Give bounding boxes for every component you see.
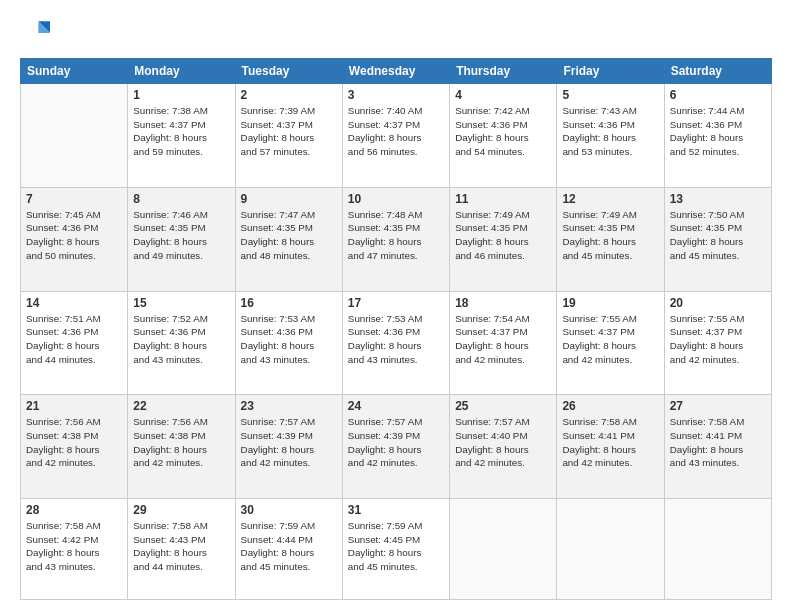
- calendar-cell: [450, 499, 557, 600]
- day-info: Sunrise: 7:53 AMSunset: 4:36 PMDaylight:…: [241, 312, 337, 367]
- day-info: Sunrise: 7:53 AMSunset: 4:36 PMDaylight:…: [348, 312, 444, 367]
- day-number: 14: [26, 296, 122, 310]
- calendar-cell: [557, 499, 664, 600]
- day-number: 11: [455, 192, 551, 206]
- calendar-cell: 29Sunrise: 7:58 AMSunset: 4:43 PMDayligh…: [128, 499, 235, 600]
- calendar-cell: 4Sunrise: 7:42 AMSunset: 4:36 PMDaylight…: [450, 84, 557, 188]
- day-number: 12: [562, 192, 658, 206]
- day-number: 2: [241, 88, 337, 102]
- calendar-cell: 28Sunrise: 7:58 AMSunset: 4:42 PMDayligh…: [21, 499, 128, 600]
- calendar-cell: 22Sunrise: 7:56 AMSunset: 4:38 PMDayligh…: [128, 395, 235, 499]
- day-info: Sunrise: 7:57 AMSunset: 4:39 PMDaylight:…: [348, 415, 444, 470]
- calendar-cell: 30Sunrise: 7:59 AMSunset: 4:44 PMDayligh…: [235, 499, 342, 600]
- calendar-week-row: 14Sunrise: 7:51 AMSunset: 4:36 PMDayligh…: [21, 291, 772, 395]
- calendar-cell: 23Sunrise: 7:57 AMSunset: 4:39 PMDayligh…: [235, 395, 342, 499]
- day-info: Sunrise: 7:38 AMSunset: 4:37 PMDaylight:…: [133, 104, 229, 159]
- calendar-week-row: 28Sunrise: 7:58 AMSunset: 4:42 PMDayligh…: [21, 499, 772, 600]
- day-info: Sunrise: 7:58 AMSunset: 4:43 PMDaylight:…: [133, 519, 229, 574]
- calendar-cell: 6Sunrise: 7:44 AMSunset: 4:36 PMDaylight…: [664, 84, 771, 188]
- calendar-cell: 25Sunrise: 7:57 AMSunset: 4:40 PMDayligh…: [450, 395, 557, 499]
- day-number: 1: [133, 88, 229, 102]
- day-info: Sunrise: 7:55 AMSunset: 4:37 PMDaylight:…: [670, 312, 766, 367]
- day-number: 24: [348, 399, 444, 413]
- day-number: 5: [562, 88, 658, 102]
- day-number: 10: [348, 192, 444, 206]
- weekday-header-sunday: Sunday: [21, 59, 128, 84]
- day-info: Sunrise: 7:49 AMSunset: 4:35 PMDaylight:…: [455, 208, 551, 263]
- weekday-header-row: SundayMondayTuesdayWednesdayThursdayFrid…: [21, 59, 772, 84]
- day-number: 22: [133, 399, 229, 413]
- weekday-header-wednesday: Wednesday: [342, 59, 449, 84]
- day-info: Sunrise: 7:46 AMSunset: 4:35 PMDaylight:…: [133, 208, 229, 263]
- logo: [20, 18, 54, 48]
- calendar-cell: 2Sunrise: 7:39 AMSunset: 4:37 PMDaylight…: [235, 84, 342, 188]
- weekday-header-thursday: Thursday: [450, 59, 557, 84]
- day-info: Sunrise: 7:59 AMSunset: 4:44 PMDaylight:…: [241, 519, 337, 574]
- calendar-cell: 31Sunrise: 7:59 AMSunset: 4:45 PMDayligh…: [342, 499, 449, 600]
- calendar-week-row: 21Sunrise: 7:56 AMSunset: 4:38 PMDayligh…: [21, 395, 772, 499]
- day-number: 19: [562, 296, 658, 310]
- calendar-cell: 21Sunrise: 7:56 AMSunset: 4:38 PMDayligh…: [21, 395, 128, 499]
- page: SundayMondayTuesdayWednesdayThursdayFrid…: [0, 0, 792, 612]
- day-number: 6: [670, 88, 766, 102]
- day-info: Sunrise: 7:51 AMSunset: 4:36 PMDaylight:…: [26, 312, 122, 367]
- day-number: 23: [241, 399, 337, 413]
- day-number: 31: [348, 503, 444, 517]
- day-info: Sunrise: 7:57 AMSunset: 4:40 PMDaylight:…: [455, 415, 551, 470]
- day-number: 28: [26, 503, 122, 517]
- calendar-cell: 13Sunrise: 7:50 AMSunset: 4:35 PMDayligh…: [664, 187, 771, 291]
- day-number: 16: [241, 296, 337, 310]
- day-info: Sunrise: 7:50 AMSunset: 4:35 PMDaylight:…: [670, 208, 766, 263]
- calendar-cell: 18Sunrise: 7:54 AMSunset: 4:37 PMDayligh…: [450, 291, 557, 395]
- day-info: Sunrise: 7:42 AMSunset: 4:36 PMDaylight:…: [455, 104, 551, 159]
- calendar-cell: 26Sunrise: 7:58 AMSunset: 4:41 PMDayligh…: [557, 395, 664, 499]
- weekday-header-friday: Friday: [557, 59, 664, 84]
- day-info: Sunrise: 7:48 AMSunset: 4:35 PMDaylight:…: [348, 208, 444, 263]
- day-number: 17: [348, 296, 444, 310]
- day-info: Sunrise: 7:58 AMSunset: 4:42 PMDaylight:…: [26, 519, 122, 574]
- calendar-cell: 10Sunrise: 7:48 AMSunset: 4:35 PMDayligh…: [342, 187, 449, 291]
- calendar-cell: 9Sunrise: 7:47 AMSunset: 4:35 PMDaylight…: [235, 187, 342, 291]
- calendar-cell: 14Sunrise: 7:51 AMSunset: 4:36 PMDayligh…: [21, 291, 128, 395]
- day-number: 4: [455, 88, 551, 102]
- calendar-cell: 12Sunrise: 7:49 AMSunset: 4:35 PMDayligh…: [557, 187, 664, 291]
- calendar-cell: 16Sunrise: 7:53 AMSunset: 4:36 PMDayligh…: [235, 291, 342, 395]
- day-info: Sunrise: 7:56 AMSunset: 4:38 PMDaylight:…: [133, 415, 229, 470]
- day-number: 3: [348, 88, 444, 102]
- day-info: Sunrise: 7:49 AMSunset: 4:35 PMDaylight:…: [562, 208, 658, 263]
- day-number: 25: [455, 399, 551, 413]
- calendar-cell: 20Sunrise: 7:55 AMSunset: 4:37 PMDayligh…: [664, 291, 771, 395]
- calendar-week-row: 1Sunrise: 7:38 AMSunset: 4:37 PMDaylight…: [21, 84, 772, 188]
- calendar-cell: 11Sunrise: 7:49 AMSunset: 4:35 PMDayligh…: [450, 187, 557, 291]
- calendar-cell: 19Sunrise: 7:55 AMSunset: 4:37 PMDayligh…: [557, 291, 664, 395]
- header: [20, 18, 772, 48]
- calendar-cell: 7Sunrise: 7:45 AMSunset: 4:36 PMDaylight…: [21, 187, 128, 291]
- day-info: Sunrise: 7:47 AMSunset: 4:35 PMDaylight:…: [241, 208, 337, 263]
- calendar-cell: [21, 84, 128, 188]
- weekday-header-monday: Monday: [128, 59, 235, 84]
- calendar-cell: 3Sunrise: 7:40 AMSunset: 4:37 PMDaylight…: [342, 84, 449, 188]
- day-info: Sunrise: 7:39 AMSunset: 4:37 PMDaylight:…: [241, 104, 337, 159]
- logo-icon: [20, 18, 50, 48]
- day-info: Sunrise: 7:40 AMSunset: 4:37 PMDaylight:…: [348, 104, 444, 159]
- day-info: Sunrise: 7:43 AMSunset: 4:36 PMDaylight:…: [562, 104, 658, 159]
- day-info: Sunrise: 7:45 AMSunset: 4:36 PMDaylight:…: [26, 208, 122, 263]
- day-info: Sunrise: 7:52 AMSunset: 4:36 PMDaylight:…: [133, 312, 229, 367]
- calendar-cell: 24Sunrise: 7:57 AMSunset: 4:39 PMDayligh…: [342, 395, 449, 499]
- day-info: Sunrise: 7:55 AMSunset: 4:37 PMDaylight:…: [562, 312, 658, 367]
- day-number: 21: [26, 399, 122, 413]
- calendar-cell: 27Sunrise: 7:58 AMSunset: 4:41 PMDayligh…: [664, 395, 771, 499]
- day-info: Sunrise: 7:57 AMSunset: 4:39 PMDaylight:…: [241, 415, 337, 470]
- day-number: 29: [133, 503, 229, 517]
- day-number: 7: [26, 192, 122, 206]
- calendar: SundayMondayTuesdayWednesdayThursdayFrid…: [20, 58, 772, 600]
- day-number: 18: [455, 296, 551, 310]
- calendar-cell: 17Sunrise: 7:53 AMSunset: 4:36 PMDayligh…: [342, 291, 449, 395]
- day-number: 8: [133, 192, 229, 206]
- calendar-cell: [664, 499, 771, 600]
- day-number: 26: [562, 399, 658, 413]
- day-number: 30: [241, 503, 337, 517]
- calendar-cell: 8Sunrise: 7:46 AMSunset: 4:35 PMDaylight…: [128, 187, 235, 291]
- calendar-cell: 5Sunrise: 7:43 AMSunset: 4:36 PMDaylight…: [557, 84, 664, 188]
- calendar-week-row: 7Sunrise: 7:45 AMSunset: 4:36 PMDaylight…: [21, 187, 772, 291]
